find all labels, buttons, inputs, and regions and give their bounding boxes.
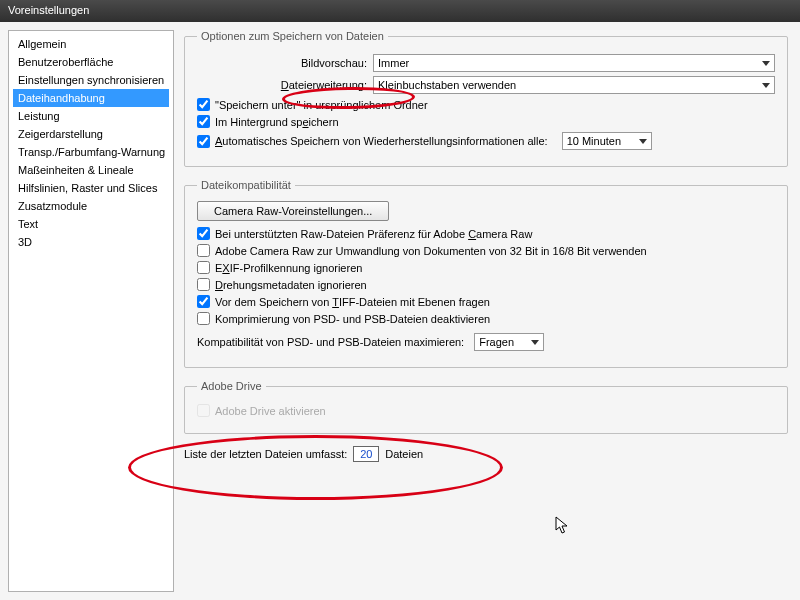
adobe-drive-checkbox: Adobe Drive aktivieren <box>197 404 775 417</box>
background-save-checkbox[interactable]: Im Hintergrund speichern <box>197 115 775 128</box>
save-options-group: Optionen zum Speichern von Dateien Bildv… <box>184 30 788 167</box>
sidebar-item-sync[interactable]: Einstellungen synchronisieren <box>13 71 169 89</box>
camera-raw-prefs-button[interactable]: Camera Raw-Voreinstellungen... <box>197 201 389 221</box>
adobe-drive-legend: Adobe Drive <box>197 380 266 392</box>
sidebar-item-zeigerdarstellung[interactable]: Zeigerdarstellung <box>13 125 169 143</box>
sidebar-item-dateihandhabung[interactable]: Dateihandhabung <box>13 89 169 107</box>
recent-files-input[interactable]: 20 <box>353 446 379 462</box>
sidebar-item-transp[interactable]: Transp./Farbumfang-Warnung <box>13 143 169 161</box>
file-compat-legend: Dateikompatibilität <box>197 179 295 191</box>
exif-ignore-checkbox[interactable]: EXIF-Profilkennung ignorieren <box>197 261 775 274</box>
sidebar-item-3d[interactable]: 3D <box>13 233 169 251</box>
extension-label: Dateierweiterung: <box>197 79 367 91</box>
window-title: Voreinstellungen <box>8 4 89 16</box>
recent-files-row: Liste der letzten Dateien umfasst: 20 Da… <box>184 446 788 462</box>
main-panel: Optionen zum Speichern von Dateien Bildv… <box>174 22 800 600</box>
sidebar-item-hilfslinien[interactable]: Hilfslinien, Raster und Slices <box>13 179 169 197</box>
autosave-interval-select[interactable]: 10 Minuten <box>562 132 652 150</box>
chevron-down-icon <box>762 61 770 66</box>
maximize-compat-select[interactable]: Fragen <box>474 333 544 351</box>
tiff-ask-checkbox[interactable]: Vor dem Speichern von TIFF-Dateien mit E… <box>197 295 775 308</box>
raw-32bit-checkbox[interactable]: Adobe Camera Raw zur Umwandlung von Doku… <box>197 244 775 257</box>
chevron-down-icon <box>762 83 770 88</box>
dialog-body: Allgemein Benutzeroberfläche Einstellung… <box>0 22 800 600</box>
sidebar-item-zusatzmodule[interactable]: Zusatzmodule <box>13 197 169 215</box>
raw-pref-checkbox[interactable]: Bei unterstützten Raw-Dateien Präferenz … <box>197 227 775 240</box>
sidebar-item-leistung[interactable]: Leistung <box>13 107 169 125</box>
sidebar-item-text[interactable]: Text <box>13 215 169 233</box>
adobe-drive-group: Adobe Drive Adobe Drive aktivieren <box>184 380 788 434</box>
rotation-ignore-checkbox[interactable]: Drehungsmetadaten ignorieren <box>197 278 775 291</box>
maximize-compat-label: Kompatibilität von PSD- und PSB-Dateien … <box>197 336 464 348</box>
psd-compression-checkbox[interactable]: Komprimierung von PSD- und PSB-Dateien d… <box>197 312 775 325</box>
sidebar-item-benutzeroberflaeche[interactable]: Benutzeroberfläche <box>13 53 169 71</box>
autosave-checkbox[interactable]: Automatisches Speichern von Wiederherste… <box>197 132 775 150</box>
category-sidebar: Allgemein Benutzeroberfläche Einstellung… <box>8 30 174 592</box>
saveas-original-checkbox[interactable]: "Speichern unter" in ursprünglichem Ordn… <box>197 98 775 111</box>
chevron-down-icon <box>531 340 539 345</box>
window-titlebar: Voreinstellungen <box>0 0 800 22</box>
recent-files-suffix: Dateien <box>385 448 423 460</box>
sidebar-item-masseinheiten[interactable]: Maßeinheiten & Lineale <box>13 161 169 179</box>
preview-select[interactable]: Immer <box>373 54 775 72</box>
save-options-legend: Optionen zum Speichern von Dateien <box>197 30 388 42</box>
sidebar-item-allgemein[interactable]: Allgemein <box>13 35 169 53</box>
extension-select[interactable]: Kleinbuchstaben verwenden <box>373 76 775 94</box>
chevron-down-icon <box>639 139 647 144</box>
file-compat-group: Dateikompatibilität Camera Raw-Voreinste… <box>184 179 788 368</box>
recent-files-label: Liste der letzten Dateien umfasst: <box>184 448 347 460</box>
preview-label: Bildvorschau: <box>197 57 367 69</box>
